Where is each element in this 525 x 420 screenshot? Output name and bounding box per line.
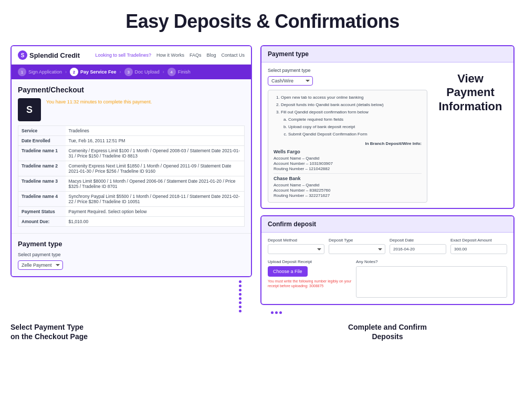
confirm-deposit-panel: Confirm deposit Deposit Method Deposit T…: [260, 215, 514, 305]
step-3-label: Doc Upload: [135, 69, 160, 75]
table-row: Tradeline name 3Macys Limit $8000 / 1 Mo…: [18, 176, 245, 192]
nav-sell[interactable]: Looking to sell Tradelines?: [96, 52, 152, 58]
bank-info: Wells Fargo Account Name – Qandid Accoun…: [274, 149, 422, 198]
deposit-method-select[interactable]: [268, 244, 324, 254]
browser-mockup: S Splendid Credit Looking to sell Tradel…: [10, 45, 252, 277]
choose-file-button[interactable]: Choose a File: [268, 266, 308, 277]
table-row: ServiceTradelines: [18, 126, 245, 136]
navbar: S Splendid Credit Looking to sell Tradel…: [12, 46, 251, 65]
step-2-num: 2: [70, 68, 78, 76]
select-label-left: Select payment type: [18, 252, 245, 257]
step-4-label: Finish: [178, 69, 191, 75]
bottom-label-right: Complete and ConfirmDeposits: [260, 322, 514, 341]
step-1[interactable]: 1 Sign Application: [18, 68, 62, 76]
payment-view-title: View Payment Information: [434, 72, 507, 113]
nav-blog[interactable]: Blog: [206, 52, 216, 58]
table-row: Tradeline name 1Comenity / Express Limit…: [18, 146, 245, 161]
brand: S Splendid Credit: [18, 50, 80, 60]
confirm-deposit-header: Confirm deposit: [261, 216, 513, 233]
bank1-name: Wells Fargo: [274, 149, 422, 154]
deposit-method-label: Deposit Method: [268, 238, 324, 243]
avatar-row: S You have 11:32 minutes to complete thi…: [18, 98, 245, 121]
deposit-type-select[interactable]: [329, 244, 385, 254]
deposit-amount-field: Exact Deposit Amount: [450, 238, 507, 254]
deposit-date-input[interactable]: [390, 244, 446, 254]
payment-type-section-left: Payment type Select payment type Zelle P…: [12, 233, 251, 276]
table-row: Tradeline name 2Comenity Express Next Li…: [18, 161, 245, 176]
payment-type-panel-body: Select payment type Cash/Wire Zelle Paym…: [261, 62, 513, 208]
notes-textarea[interactable]: [356, 266, 507, 298]
notes-label: Any Notes?: [356, 259, 507, 264]
step-3-num: 3: [124, 68, 133, 76]
checkout-table: ServiceTradelinesDate EnrolledTue, Feb 1…: [18, 125, 245, 227]
deposit-date-label: Deposit Date: [390, 238, 446, 243]
nav-how[interactable]: How it Works: [156, 52, 184, 58]
confirm-form: Deposit Method Deposit Type: [268, 238, 507, 299]
payment-select-label-right: Select payment type: [268, 68, 427, 73]
deposit-type-label: Deposit Type: [329, 238, 385, 243]
table-row: Date EnrolledTue, Feb 16, 2011 12:51 PM: [18, 136, 245, 146]
step-bar: 1 Sign Application › 2 Pay Service Fee ›…: [12, 65, 251, 79]
nav-faqs[interactable]: FAQs: [190, 52, 202, 58]
step-4[interactable]: 4 Finish: [167, 68, 191, 76]
notes-section: Any Notes?: [356, 259, 507, 299]
payment-type-panel: Payment type Select payment type Cash/Wi…: [260, 45, 514, 209]
dotted-connector-left: [10, 277, 252, 312]
step-1-num: 1: [18, 68, 26, 76]
nav-contact[interactable]: Contact Us: [221, 52, 245, 58]
table-row: Amount Due:$1,010.00: [18, 217, 245, 227]
deposit-date-field: Deposit Date: [390, 238, 446, 254]
step-4-num: 4: [167, 68, 176, 76]
brand-icon: S: [18, 50, 27, 60]
dotted-connector-right: [260, 311, 514, 314]
step-1-label: Sign Application: [28, 69, 62, 75]
bottom-label-left: Select Payment Typeon the Checkout Page: [10, 322, 252, 341]
deposit-method-field: Deposit Method: [268, 238, 324, 254]
confirm-deposit-body: Deposit Method Deposit Type: [261, 233, 513, 304]
payment-select-left[interactable]: Zelle Payment Cash/Wire: [18, 260, 63, 270]
payment-type-panel-header: Payment type: [261, 46, 513, 62]
brand-name: Splendid Credit: [29, 51, 80, 59]
table-row: Payment StatusPayment Required. Select o…: [18, 207, 245, 217]
upload-label: Upload Deposit Receipt: [268, 259, 352, 264]
deposit-amount-input[interactable]: [450, 244, 507, 254]
payment-info-box: Open new tab to access your online banki…: [268, 90, 427, 203]
step-3[interactable]: 3 Doc Upload: [124, 68, 160, 76]
step-2-label: Pay Service Fee: [80, 69, 117, 75]
upload-section: Upload Deposit Receipt Choose a File You…: [268, 259, 352, 299]
avatar: S: [18, 98, 41, 121]
checkout-title: Payment/Checkout: [18, 86, 245, 94]
table-row: Tradeline name 4Synchrony Paypal Limit $…: [18, 192, 245, 207]
payment-select-right[interactable]: Cash/Wire Zelle Payment: [268, 76, 313, 86]
page-title: Easy Deposits & Confirmations: [10, 10, 514, 33]
deposit-type-field: Deposit Type: [329, 238, 385, 254]
nav-links: Looking to sell Tradelines? How it Works…: [96, 52, 245, 58]
bank-section-title: In Branch Deposit/Wire Info:: [274, 141, 422, 146]
bank2-name: Chase Bank: [274, 176, 422, 181]
deposit-amount-label: Exact Deposit Amount: [450, 238, 507, 243]
checkout-area: Payment/Checkout S You have 11:32 minute…: [12, 79, 251, 233]
payment-type-title-left: Payment type: [18, 240, 245, 248]
bottom-labels: Select Payment Typeon the Checkout Page …: [10, 322, 514, 341]
step-2[interactable]: 2 Pay Service Fee: [70, 68, 117, 76]
upload-note: You must write the following number legi…: [268, 279, 352, 288]
timer-text: You have 11:32 minutes to complete this …: [46, 98, 152, 104]
